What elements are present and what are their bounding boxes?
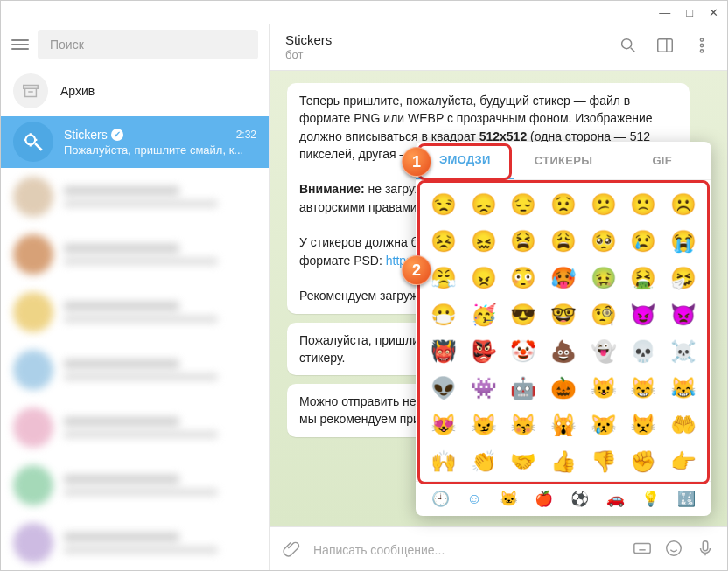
emoji-item[interactable]: 🤢 xyxy=(584,261,623,296)
compose-input[interactable]: Написать сообщение... xyxy=(313,543,620,557)
emoji-item[interactable]: 😈 xyxy=(625,297,663,332)
emoji-item[interactable]: 🙀 xyxy=(544,407,583,442)
chat-item-blurred[interactable] xyxy=(1,341,269,399)
emoji-item[interactable]: 👏 xyxy=(465,444,503,479)
emoji-item[interactable]: 👎 xyxy=(584,444,623,479)
emoji-item[interactable]: 🥵 xyxy=(544,261,583,296)
emoji-item[interactable]: 😷 xyxy=(424,297,463,332)
search-icon[interactable] xyxy=(619,36,638,59)
emoji-item[interactable]: 😒 xyxy=(424,187,463,222)
emoji-item[interactable]: 👉 xyxy=(664,444,703,479)
avatar xyxy=(13,122,53,162)
svg-rect-8 xyxy=(703,540,708,550)
chat-item-blurred[interactable] xyxy=(1,168,269,226)
emoji-item[interactable]: 💀 xyxy=(625,334,663,369)
emoji-icon[interactable] xyxy=(664,539,683,561)
emoji-item[interactable]: 😾 xyxy=(625,407,663,442)
emoji-item[interactable]: 🧐 xyxy=(584,297,623,332)
tab-gif[interactable]: GIF xyxy=(612,142,711,179)
emoji-item[interactable]: 😖 xyxy=(465,224,503,259)
emoji-item[interactable]: 🙌 xyxy=(424,444,463,479)
emoji-item[interactable]: 👿 xyxy=(664,297,703,332)
emoji-item[interactable]: 👺 xyxy=(465,334,503,369)
cat-recent-icon[interactable]: 🕘 xyxy=(431,490,450,508)
emoji-item[interactable]: 😠 xyxy=(465,261,503,296)
emoji-item[interactable]: 😎 xyxy=(504,297,542,332)
cat-smileys-icon[interactable]: ☺ xyxy=(467,491,482,508)
more-icon[interactable] xyxy=(692,36,711,59)
cat-food-icon[interactable]: 🍎 xyxy=(535,490,553,508)
emoji-item[interactable]: 🤓 xyxy=(544,297,583,332)
emoji-item[interactable]: 🤝 xyxy=(504,444,542,479)
cat-symbols-icon[interactable]: 🔣 xyxy=(677,490,696,508)
chat-preview: Пожалуйста, пришлите смайл, к... xyxy=(64,143,256,157)
emoji-item[interactable]: ☠️ xyxy=(664,334,703,369)
emoji-item[interactable]: 🤖 xyxy=(504,371,542,406)
archive-item[interactable]: Архив xyxy=(1,66,269,115)
emoji-item[interactable]: 😺 xyxy=(584,371,623,406)
emoji-item[interactable]: 💩 xyxy=(544,334,583,369)
emoji-item[interactable]: 😽 xyxy=(504,407,542,442)
compose-bar: Написать сообщение... xyxy=(270,526,727,571)
emoji-item[interactable]: 😩 xyxy=(544,224,583,259)
emoji-item[interactable]: 👻 xyxy=(584,334,623,369)
cat-travel-icon[interactable]: 🚗 xyxy=(606,490,625,508)
emoji-item[interactable]: ☹️ xyxy=(664,187,703,222)
emoji-item[interactable]: 👽 xyxy=(424,371,463,406)
svg-rect-6 xyxy=(634,543,650,553)
svg-rect-2 xyxy=(658,38,673,52)
cat-activity-icon[interactable]: ⚽ xyxy=(570,490,589,508)
window-close[interactable]: ✕ xyxy=(709,6,718,19)
emoji-item[interactable]: 🙁 xyxy=(625,187,663,222)
emoji-item[interactable]: 😫 xyxy=(504,224,542,259)
attach-icon[interactable] xyxy=(282,539,301,561)
window-minimize[interactable]: — xyxy=(659,6,670,19)
chat-item-blurred[interactable] xyxy=(1,514,269,571)
emoji-item[interactable]: 😟 xyxy=(544,187,583,222)
emoji-item[interactable]: 😕 xyxy=(584,187,623,222)
emoji-item[interactable]: 😞 xyxy=(465,187,503,222)
emoji-item[interactable]: 👍 xyxy=(544,444,583,479)
sidebar: Поиск Архив Stickers✔ 2:32 Пожалуйста, п… xyxy=(1,24,270,571)
chat-item-blurred[interactable] xyxy=(1,226,269,283)
menu-icon[interactable] xyxy=(11,39,29,50)
mic-icon[interactable] xyxy=(696,539,715,561)
emoji-item[interactable]: ✊ xyxy=(625,444,663,479)
emoji-item[interactable]: 🤡 xyxy=(504,334,542,369)
keyboard-icon[interactable] xyxy=(633,539,652,561)
emoji-item[interactable]: 🥺 xyxy=(584,224,623,259)
emoji-item[interactable]: 👾 xyxy=(465,371,503,406)
emoji-item[interactable]: 😢 xyxy=(625,224,663,259)
emoji-item[interactable]: 😭 xyxy=(664,224,703,259)
callout-1: 1 xyxy=(402,147,431,177)
emoji-panel: ЭМОДЗИ СТИКЕРЫ GIF 😒😞😔😟😕🙁☹️😣😖😫😩🥺😢😭😤😠😳🥵🤢🤮… xyxy=(416,142,711,516)
chat-item-blurred[interactable] xyxy=(1,456,269,514)
emoji-item[interactable]: 😹 xyxy=(664,371,703,406)
window-maximize[interactable]: □ xyxy=(686,6,693,19)
emoji-item[interactable]: 🥳 xyxy=(465,297,503,332)
emoji-item[interactable]: 🤧 xyxy=(664,261,703,296)
emoji-item[interactable]: 👹 xyxy=(424,334,463,369)
verified-icon: ✔ xyxy=(111,129,123,141)
sidepanel-icon[interactable] xyxy=(655,36,675,59)
chat-header: Stickers бот xyxy=(270,24,727,71)
cat-objects-icon[interactable]: 💡 xyxy=(641,490,660,508)
emoji-item[interactable]: 😳 xyxy=(504,261,542,296)
chat-item-stickers[interactable]: Stickers✔ 2:32 Пожалуйста, пришлите смай… xyxy=(1,116,269,168)
emoji-item[interactable]: 🤮 xyxy=(625,261,663,296)
chat-item-blurred[interactable] xyxy=(1,399,269,456)
emoji-item[interactable]: 😣 xyxy=(424,224,463,259)
search-input[interactable]: Поиск xyxy=(38,30,258,59)
cat-animals-icon[interactable]: 🐱 xyxy=(500,490,518,508)
chat-item-blurred[interactable] xyxy=(1,283,269,341)
emoji-item[interactable]: 😿 xyxy=(584,407,623,442)
svg-point-3 xyxy=(700,38,703,40)
emoji-item[interactable]: 😼 xyxy=(465,407,503,442)
emoji-item[interactable]: 🤲 xyxy=(664,407,703,442)
emoji-item[interactable]: 🎃 xyxy=(544,371,583,406)
emoji-item[interactable]: 😻 xyxy=(424,407,463,442)
tab-stickers[interactable]: СТИКЕРЫ xyxy=(514,142,613,179)
svg-point-7 xyxy=(667,540,682,555)
emoji-item[interactable]: 😸 xyxy=(625,371,663,406)
emoji-item[interactable]: 😔 xyxy=(504,187,542,222)
